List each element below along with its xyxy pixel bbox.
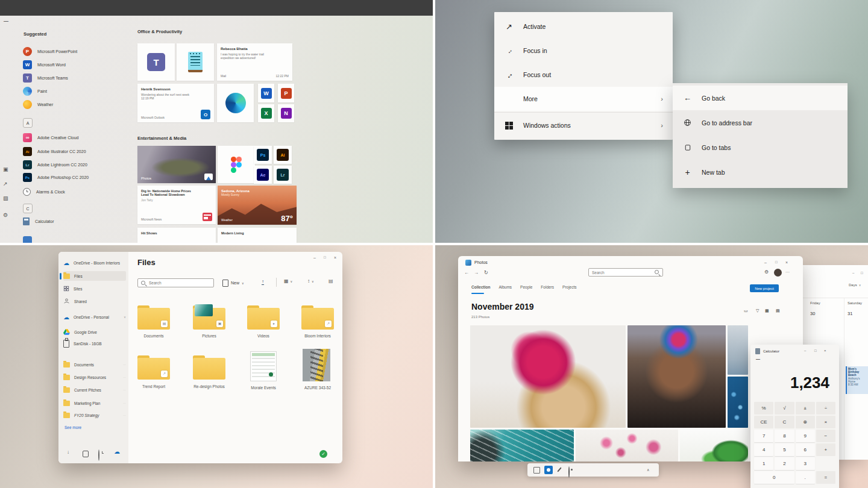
folder-redesign-photos[interactable] xyxy=(193,355,225,380)
key-clear[interactable]: C xyxy=(775,416,794,428)
tile-word-small[interactable]: W xyxy=(258,84,274,102)
sidebar-item-marketing-plan[interactable]: Marketing Plan ⋯ xyxy=(63,398,126,408)
folder-documents[interactable]: ▤ xyxy=(137,305,170,330)
zoom-grid-icon[interactable]: ▦ xyxy=(765,308,769,313)
tile-mail[interactable]: Rebecca Bhatia I was hoping to try the w… xyxy=(217,43,292,81)
key-percent[interactable]: % xyxy=(754,402,773,414)
pen-icon[interactable] xyxy=(557,467,561,472)
close-button[interactable]: × xyxy=(785,260,788,264)
menu-item-activate[interactable]: ↗ Activate xyxy=(494,14,673,39)
photo-droplets[interactable] xyxy=(728,377,748,428)
folder-bloom-interiors[interactable]: ↗ xyxy=(301,305,334,330)
submenu-item-new-tab[interactable]: + New tab xyxy=(673,160,848,184)
tile-powerpoint-small[interactable]: P xyxy=(278,84,294,102)
tile-outlook[interactable]: Henrik Svensson Wondering about the surf… xyxy=(137,84,214,122)
folder-videos[interactable]: ▸ xyxy=(247,305,280,330)
key-3[interactable]: 3 xyxy=(796,457,815,470)
file-spreadsheet[interactable] xyxy=(250,351,277,381)
more-dots-icon[interactable]: ⋯ xyxy=(785,270,790,275)
app-item-word[interactable]: W Microsoft Word xyxy=(23,60,66,69)
search-input[interactable]: Search xyxy=(137,278,214,287)
tile-news[interactable]: Dig In: Nationwide Home Prices Lead To N… xyxy=(137,186,216,224)
download-icon[interactable]: ↓ xyxy=(67,449,69,455)
sidebar-item-current-pitches[interactable]: Current Pitches ⋯ xyxy=(63,385,126,395)
app-item-teams[interactable]: T Microsoft Teams xyxy=(23,74,68,83)
photo-portrait[interactable] xyxy=(627,325,726,428)
photo-flower-basket[interactable] xyxy=(470,325,626,428)
tile-onenote-small[interactable]: N xyxy=(278,104,294,122)
tile-edge[interactable] xyxy=(217,84,254,122)
folder-pictures[interactable]: ▣ xyxy=(193,305,225,330)
app-item-creative-cloud[interactable]: ∞ Adobe Creative Cloud xyxy=(23,133,79,142)
app-item-calculator[interactable]: Calculator xyxy=(23,217,54,226)
search-input[interactable]: Search xyxy=(588,268,663,277)
sidebar-item-onedrive-personal[interactable]: ☁ OneDrive - Personal ∨ xyxy=(63,312,126,322)
back-button[interactable]: ← xyxy=(464,270,469,275)
key-9[interactable]: 9 xyxy=(796,430,815,442)
key-decimal[interactable]: . xyxy=(796,471,815,484)
tile-figma[interactable] xyxy=(218,146,255,183)
camera-icon[interactable] xyxy=(568,466,570,478)
new-project-button[interactable]: New project xyxy=(750,284,779,292)
task-view-icon[interactable] xyxy=(533,467,540,474)
app-item-partial[interactable] xyxy=(23,236,32,243)
photo-plant[interactable] xyxy=(680,430,748,461)
key-equals[interactable]: = xyxy=(816,471,835,484)
hamburger-menu-icon[interactable]: — xyxy=(756,357,760,361)
calendar-date[interactable]: 30 xyxy=(810,311,815,316)
sidebar-item-sandisk[interactable]: SanDisk - 16GB xyxy=(63,339,126,348)
key-7[interactable]: 7 xyxy=(754,430,773,442)
rail-photos-icon[interactable]: ▣ xyxy=(3,166,8,172)
tab-projects[interactable]: Projects xyxy=(562,285,576,289)
file-photo[interactable] xyxy=(303,349,330,381)
key-6[interactable]: 6 xyxy=(796,443,815,456)
view-button[interactable]: ▦ ∨ xyxy=(284,278,292,284)
calendar-view-dropdown[interactable]: Days ∨ xyxy=(849,283,861,287)
tab-people[interactable]: People xyxy=(520,285,532,289)
key-subtract[interactable]: − xyxy=(816,430,835,442)
sidebar-item-google-drive[interactable]: Google Drive xyxy=(63,327,126,337)
sidebar-item-shared[interactable]: Shared xyxy=(63,296,126,306)
maximize-button[interactable]: □ xyxy=(861,271,863,275)
sidebar-item-sites[interactable]: Sites xyxy=(63,284,126,293)
layout-icon[interactable]: ▤ xyxy=(776,308,780,313)
tile-weather[interactable]: Sedona, Arizona Mostly Sunny Weather 87° xyxy=(218,186,297,225)
minimize-button[interactable]: – xyxy=(804,349,806,352)
sidebar-item-fy20-strategy[interactable]: FY20 Strategy ⋯ xyxy=(63,410,126,420)
tile-onenote[interactable] xyxy=(177,43,214,81)
sync-status-icon[interactable]: ✓ xyxy=(319,450,327,458)
photo-building[interactable] xyxy=(728,325,748,375)
section-letter-a[interactable]: A xyxy=(23,118,33,128)
minimize-button[interactable]: – xyxy=(313,255,316,260)
app-item-lightroom[interactable]: Lr Adobe Lightroom CC 2020 xyxy=(23,160,87,169)
avatar[interactable] xyxy=(774,269,782,277)
app-item-powerpoint[interactable]: P Microsoft PowerPoint xyxy=(23,47,77,56)
rail-activity-icon[interactable]: ↗ xyxy=(3,181,8,187)
select-icon[interactable]: ▭ xyxy=(744,308,748,313)
tab-albums[interactable]: Albums xyxy=(498,285,512,289)
tab-folders[interactable]: Folders xyxy=(541,285,554,289)
key-2[interactable]: 2 xyxy=(775,457,794,470)
upload-button[interactable]: ↑ xyxy=(262,279,264,285)
rail-settings-icon[interactable]: ⚙ xyxy=(3,212,8,218)
see-more-link[interactable]: See more xyxy=(64,425,81,430)
tile-aftereffects-small[interactable]: Ae xyxy=(254,166,272,184)
key-plusminus[interactable]: ± xyxy=(796,402,815,414)
key-backspace[interactable]: ⊗ xyxy=(796,416,815,428)
taskbar-expand-icon[interactable]: ∧ xyxy=(647,468,649,472)
app-item-illustrator[interactable]: Ai Adobe Illustrator CC 2020 xyxy=(23,147,86,156)
menu-icon[interactable]: — xyxy=(4,18,8,23)
device-icon[interactable] xyxy=(83,451,89,457)
maximize-button[interactable]: □ xyxy=(775,260,778,264)
tile-excel-small[interactable]: X xyxy=(258,104,274,122)
minimize-button[interactable]: – xyxy=(764,260,767,264)
key-0[interactable]: 0 xyxy=(754,471,794,484)
key-8[interactable]: 8 xyxy=(775,430,794,442)
app-item-weather[interactable]: Weather xyxy=(23,100,53,109)
maximize-button[interactable]: □ xyxy=(814,349,817,352)
sort-button[interactable]: ↕ ∨ xyxy=(307,278,314,284)
app-item-paint[interactable]: Paint xyxy=(23,87,47,96)
tab-collection[interactable]: Collection xyxy=(471,285,490,289)
key-divide[interactable]: ÷ xyxy=(816,402,835,414)
tile-partial-right[interactable]: Modern Living xyxy=(218,228,297,243)
